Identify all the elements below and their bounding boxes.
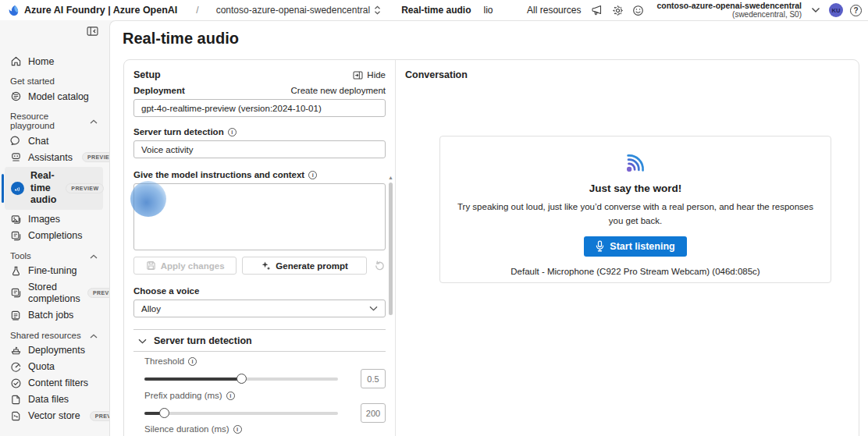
quota-icon [10,361,22,373]
preview-badge: PREVIEW [66,183,104,193]
sparkle-icon [261,261,271,271]
label-text: Threshold [144,356,184,366]
sidebar-item-label: Stored completions [28,282,78,305]
section-title: Server turn detection [154,335,252,346]
section-label: Get started [10,76,55,86]
account-menu[interactable]: contoso-azure-openai-swedencentral (swed… [656,1,802,19]
prefix-padding-value-input[interactable]: 200 [361,403,386,423]
sidebar-item-images[interactable]: Images [0,211,109,228]
account-region: (swedencentral, S0) [656,10,802,19]
info-icon[interactable]: i [308,171,317,179]
prefix-padding-slider[interactable] [144,404,338,423]
help-icon[interactable]: ? [850,5,862,16]
threshold-slider-thumb[interactable] [237,374,247,384]
instructions-textarea[interactable] [133,183,386,250]
breadcrumb-separator: / [196,5,198,16]
all-resources-label[interactable]: All resources [527,5,581,16]
sidebar-item-fine-tuning[interactable]: Fine-tuning [0,263,109,279]
sidebar-item-assistants[interactable]: Assistants PREVIEW [0,149,109,165]
generate-prompt-button[interactable]: Generate prompt [242,257,367,275]
voice-select[interactable]: Alloy [133,300,386,317]
microphone-icon [596,240,604,252]
hide-panel-icon [353,71,363,80]
choose-voice-label: Choose a voice [133,286,386,296]
breadcrumb-partial: lio [484,5,493,16]
sidebar-item-label: Model catalog [28,91,89,102]
sidebar-item-quota[interactable]: Quota [0,359,109,375]
apply-changes-button[interactable]: Apply changes [133,257,237,275]
threshold-slider[interactable] [144,370,338,388]
sidebar-section-shared-resources[interactable]: Shared resources [0,324,109,342]
setup-scrollbar[interactable]: ▲ [388,175,393,436]
prefix-padding-slider-thumb[interactable] [159,408,169,418]
sidebar-item-label: Real-time audio [30,170,56,207]
start-listening-button[interactable]: Start listening [584,236,686,257]
chat-icon [10,135,22,147]
sidebar-item-realtime-audio[interactable]: Real-time audio PREVIEW [5,167,103,210]
fine-tuning-icon [10,265,22,277]
realtime-audio-icon [11,182,24,195]
account-chevron-down-icon[interactable] [809,4,822,17]
sidebar-item-label: Data files [28,394,69,405]
reset-undo-icon[interactable] [374,260,386,271]
feedback-smiley-icon[interactable] [631,4,645,17]
page-title: Real-time audio [123,30,239,48]
section-label: Resource playground [10,112,90,130]
breadcrumb-page: Real-time audio [401,5,471,16]
chevron-down-icon [369,306,378,311]
sidebar-item-home[interactable]: Home [0,53,109,69]
save-icon [146,261,156,271]
avatar[interactable]: KU [829,3,843,17]
sidebar-item-label: Chat [28,136,48,147]
announcements-icon[interactable] [591,4,604,17]
threshold-value-input[interactable]: 0.5 [361,369,386,388]
sidebar-item-label: Content filters [28,378,88,388]
app-brand[interactable]: Azure AI Foundry | Azure OpenAI [8,5,177,16]
info-icon[interactable]: i [228,128,237,136]
sidebar-item-vector-store[interactable]: Vector store PREVIEW [0,408,109,424]
sidebar-item-content-filters[interactable]: Content filters [0,375,109,392]
conversation-empty-state-card: Just say the word! Try speaking out loud… [439,136,831,283]
create-new-deployment-link[interactable]: Create new deployment [291,86,386,95]
sidebar: Home Get started Model catalog Resource … [0,20,109,436]
empty-state-headline: Just say the word! [589,183,682,194]
sidebar-item-batch-jobs[interactable]: Batch jobs [0,307,109,324]
sidebar-item-label: Quota [28,361,55,372]
brand-text: Azure AI Foundry | Azure OpenAI [24,5,177,16]
sidebar-section-tools[interactable]: Tools [0,244,109,263]
settings-gear-icon[interactable] [611,4,624,17]
deployments-icon [10,345,22,356]
start-listening-label: Start listening [610,241,674,252]
info-icon[interactable]: i [188,357,197,366]
scrollbar-thumb[interactable] [389,183,393,315]
sidebar-section-resource-playground[interactable]: Resource playground [0,105,109,133]
sidebar-item-label: Images [28,214,60,225]
collapse-sidebar-icon[interactable] [87,27,98,42]
sidebar-item-label: Batch jobs [28,310,73,321]
deployment-combobox[interactable]: gpt-4o-realtime-preview (version:2024-10… [133,99,386,117]
scrollbar-up-arrow-icon[interactable]: ▲ [388,175,393,181]
info-icon[interactable]: i [226,392,235,400]
empty-state-description: Try speaking out loud, just like you’d c… [453,200,818,229]
azure-ai-foundry-logo [8,5,20,16]
server-turn-detection-section-header[interactable]: Server turn detection [133,330,386,351]
sidebar-item-completions[interactable]: Completions [0,228,109,244]
label-text: Server turn detection [133,127,224,136]
playground-card: Setup Hide Deployment Create new deploym… [123,59,859,436]
generate-prompt-label: Generate prompt [276,261,348,271]
sidebar-item-model-catalog[interactable]: Model catalog [0,88,109,105]
sidebar-item-deployments[interactable]: Deployments [0,342,109,359]
sidebar-item-stored-completions[interactable]: Stored completions PREVIEW [0,279,109,307]
hide-setup-button[interactable]: Hide [353,70,386,80]
chevron-up-icon [90,331,98,340]
divider [133,351,386,352]
threshold-label: Threshold i [133,356,386,366]
vector-store-icon [10,410,22,422]
sidebar-item-data-files[interactable]: Data files [0,392,109,408]
model-catalog-icon [10,90,22,102]
server-turn-detection-combobox[interactable]: Voice activity [133,140,386,158]
sidebar-item-chat[interactable]: Chat [0,133,109,149]
section-label: Tools [10,251,31,261]
resource-switcher[interactable]: contoso-azure-openai-swedencentral [216,5,381,16]
info-icon[interactable]: i [233,425,242,434]
